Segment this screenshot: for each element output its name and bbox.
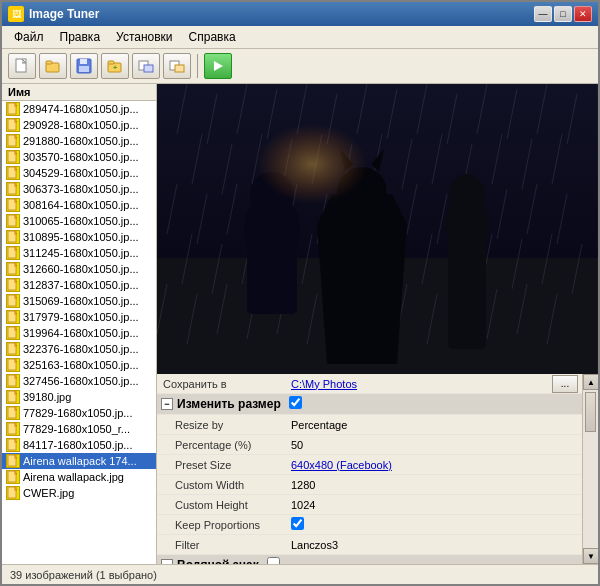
file-item[interactable]: 325163-1680x1050.jp... bbox=[2, 357, 156, 373]
file-item[interactable]: 306373-1680x1050.jp... bbox=[2, 181, 156, 197]
preset-row: Preset Size 640x480 (Facebook) bbox=[157, 455, 582, 475]
scroll-up-button[interactable]: ▲ bbox=[583, 374, 598, 390]
file-item[interactable]: 304529-1680x1050.jp... bbox=[2, 165, 156, 181]
custom-width-value[interactable]: 1280 bbox=[287, 477, 582, 493]
percentage-label: Percentage (%) bbox=[157, 437, 287, 453]
file-item[interactable]: 310065-1680x1050.jp... bbox=[2, 213, 156, 229]
resize-by-row: Resize by Percentage bbox=[157, 415, 582, 435]
menu-help[interactable]: Справка bbox=[181, 28, 244, 46]
file-icon bbox=[6, 150, 20, 164]
file-name: Airena wallapack 174... bbox=[23, 455, 137, 467]
file-icon bbox=[6, 390, 20, 404]
resize-by-value[interactable]: Percentage bbox=[287, 417, 582, 433]
file-name: 291880-1680x1050.jp... bbox=[23, 135, 139, 147]
save-button[interactable] bbox=[70, 53, 98, 79]
title-bar-left: 🖼 Image Tuner bbox=[8, 6, 99, 22]
file-name: 325163-1680x1050.jp... bbox=[23, 359, 139, 371]
settings-button[interactable] bbox=[163, 53, 191, 79]
svg-rect-12 bbox=[175, 65, 184, 72]
resize-toggle[interactable]: − bbox=[161, 398, 173, 410]
file-name: 312660-1680x1050.jp... bbox=[23, 263, 139, 275]
filter-label: Filter bbox=[157, 537, 287, 553]
file-name: 327456-1680x1050.jp... bbox=[23, 375, 139, 387]
file-item[interactable]: 327456-1680x1050.jp... bbox=[2, 373, 156, 389]
file-icon bbox=[6, 278, 20, 292]
file-name: 312837-1680x1050.jp... bbox=[23, 279, 139, 291]
keep-proportions-checkbox-container bbox=[287, 515, 582, 534]
filter-value[interactable]: Lanczos3 bbox=[287, 537, 582, 553]
file-icon bbox=[6, 294, 20, 308]
file-name: CWER.jpg bbox=[23, 487, 74, 499]
menu-edit[interactable]: Правка bbox=[52, 28, 109, 46]
open-button[interactable] bbox=[39, 53, 67, 79]
file-item[interactable]: Airena wallapack.jpg bbox=[2, 469, 156, 485]
file-item[interactable]: 310895-1680x1050.jp... bbox=[2, 229, 156, 245]
file-item[interactable]: 289474-1680x1050.jp... bbox=[2, 101, 156, 117]
file-name: 317979-1680x1050.jp... bbox=[23, 311, 139, 323]
properties-scrollbar[interactable]: ▲ ▼ bbox=[582, 374, 598, 564]
file-icon bbox=[6, 406, 20, 420]
browse-button[interactable]: ... bbox=[552, 375, 578, 393]
file-icon bbox=[6, 230, 20, 244]
file-item[interactable]: 77829-1680x1050_r... bbox=[2, 421, 156, 437]
window-title: Image Tuner bbox=[29, 7, 99, 21]
file-item[interactable]: CWER.jpg bbox=[2, 485, 156, 501]
custom-width-row: Custom Width 1280 bbox=[157, 475, 582, 495]
watermark-checkbox[interactable] bbox=[267, 557, 280, 564]
custom-height-value[interactable]: 1024 bbox=[287, 497, 582, 513]
file-item[interactable]: 317979-1680x1050.jp... bbox=[2, 309, 156, 325]
resize-checkbox[interactable] bbox=[289, 396, 302, 409]
file-name: 77829-1680x1050_r... bbox=[23, 423, 130, 435]
file-name: 319964-1680x1050.jp... bbox=[23, 327, 139, 339]
file-item[interactable]: 290928-1680x1050.jp... bbox=[2, 117, 156, 133]
file-item[interactable]: 308164-1680x1050.jp... bbox=[2, 197, 156, 213]
file-item[interactable]: 39180.jpg bbox=[2, 389, 156, 405]
menu-settings[interactable]: Установки bbox=[108, 28, 180, 46]
file-name: 289474-1680x1050.jp... bbox=[23, 103, 139, 115]
percentage-value[interactable]: 50 bbox=[287, 437, 582, 453]
maximize-button[interactable]: □ bbox=[554, 6, 572, 22]
file-name: 84117-1680x1050.jp... bbox=[23, 439, 132, 451]
file-item[interactable]: 84117-1680x1050.jp... bbox=[2, 437, 156, 453]
svg-marker-13 bbox=[214, 61, 223, 71]
file-icon bbox=[6, 438, 20, 452]
file-item[interactable]: 315069-1680x1050.jp... bbox=[2, 293, 156, 309]
file-list[interactable]: 289474-1680x1050.jp...290928-1680x1050.j… bbox=[2, 101, 156, 564]
title-bar: 🖼 Image Tuner — □ ✕ bbox=[2, 2, 598, 26]
file-item[interactable]: 77829-1680x1050.jp... bbox=[2, 405, 156, 421]
main-content: Имя 289474-1680x1050.jp...290928-1680x10… bbox=[2, 84, 598, 564]
file-name: 290928-1680x1050.jp... bbox=[23, 119, 139, 131]
menu-file[interactable]: Файл bbox=[6, 28, 52, 46]
toolbar-separator bbox=[197, 54, 198, 78]
save-in-row: Сохранить в C:\My Photos ... bbox=[157, 374, 582, 394]
scroll-down-button[interactable]: ▼ bbox=[583, 548, 598, 564]
file-name: 39180.jpg bbox=[23, 391, 71, 403]
save-in-value[interactable]: C:\My Photos bbox=[287, 376, 552, 392]
right-panel: Сохранить в C:\My Photos ... − Изменить … bbox=[157, 84, 598, 564]
file-item[interactable]: 312837-1680x1050.jp... bbox=[2, 277, 156, 293]
resize-button[interactable] bbox=[132, 53, 160, 79]
file-item[interactable]: Airena wallapack 174... bbox=[2, 453, 156, 469]
save-in-label: Сохранить в bbox=[157, 376, 287, 392]
run-button[interactable] bbox=[204, 53, 232, 79]
scroll-thumb[interactable] bbox=[585, 392, 596, 432]
preset-value[interactable]: 640x480 (Facebook) bbox=[287, 457, 582, 473]
app-icon: 🖼 bbox=[8, 6, 24, 22]
file-list-panel: Имя 289474-1680x1050.jp...290928-1680x10… bbox=[2, 84, 157, 564]
resize-section-header: − Изменить размер bbox=[157, 394, 582, 415]
close-button[interactable]: ✕ bbox=[574, 6, 592, 22]
add-folder-button[interactable]: + bbox=[101, 53, 129, 79]
file-name: 308164-1680x1050.jp... bbox=[23, 199, 139, 211]
custom-width-label: Custom Width bbox=[157, 477, 287, 493]
file-item[interactable]: 322376-1680x1050.jp... bbox=[2, 341, 156, 357]
scroll-track[interactable] bbox=[583, 390, 598, 548]
file-item[interactable]: 312660-1680x1050.jp... bbox=[2, 261, 156, 277]
file-icon bbox=[6, 342, 20, 356]
file-item[interactable]: 291880-1680x1050.jp... bbox=[2, 133, 156, 149]
new-button[interactable] bbox=[8, 53, 36, 79]
keep-proportions-checkbox[interactable] bbox=[291, 517, 304, 530]
file-item[interactable]: 311245-1680x1050.jp... bbox=[2, 245, 156, 261]
file-item[interactable]: 303570-1680x1050.jp... bbox=[2, 149, 156, 165]
file-item[interactable]: 319964-1680x1050.jp... bbox=[2, 325, 156, 341]
minimize-button[interactable]: — bbox=[534, 6, 552, 22]
